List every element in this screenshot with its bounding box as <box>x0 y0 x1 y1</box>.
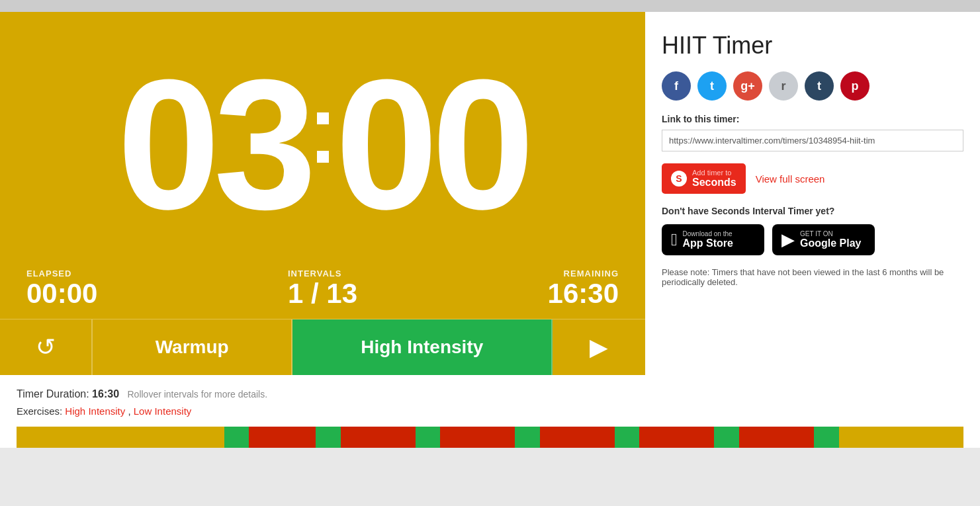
interval-bar <box>17 427 963 448</box>
warmup-button[interactable]: Warmup <box>93 319 292 375</box>
bar-segment <box>615 427 640 448</box>
note-text: Please note: Timers that have not been v… <box>662 267 953 287</box>
duration-label: Timer Duration: <box>17 388 89 400</box>
apple-icon:  <box>671 230 678 250</box>
google-play-text: GET IT ON Google Play <box>800 230 861 249</box>
exercises-row: Exercises: High Intensity , Low Intensit… <box>17 405 963 417</box>
seconds-s-logo: S <box>671 171 687 187</box>
seconds-badge[interactable]: S Add timer to Seconds <box>662 163 746 194</box>
twitter-icon[interactable]: t <box>697 71 727 101</box>
colon-dot-bottom <box>317 151 329 163</box>
bar-segment <box>224 427 249 448</box>
bar-segment <box>714 427 739 448</box>
google-play-big-text: Google Play <box>800 237 861 249</box>
bar-segment <box>515 427 540 448</box>
elapsed-stat: ELAPSED 00:00 <box>26 269 97 309</box>
remaining-value: 16:30 <box>548 278 619 309</box>
intervals-stat: INTERVALS 1 / 13 <box>288 269 357 309</box>
google-play-icon: ▶ <box>781 230 795 250</box>
bar-segment <box>639 427 714 448</box>
timer-digits: 03 00 <box>117 52 528 237</box>
reset-icon: ↺ <box>36 333 56 361</box>
bar-segment <box>814 427 839 448</box>
colon-dot-top <box>317 112 329 124</box>
bar-segment <box>440 427 515 448</box>
right-panel: HIIT Timer f t g+ r t p Link to this tim… <box>645 12 980 375</box>
intervals-value: 1 / 13 <box>288 278 357 309</box>
app-title: HIIT Timer <box>662 32 963 60</box>
app-store-button[interactable]:  Download on the App Store <box>662 224 764 255</box>
main-container: 03 00 ELAPSED 00:00 INTERVALS 1 / 13 REM… <box>0 12 980 375</box>
bar-segment <box>249 427 315 448</box>
timer-controls: ↺ Warmup High Intensity ▶ <box>0 319 645 375</box>
googleplus-icon[interactable]: g+ <box>733 71 762 101</box>
pinterest-icon[interactable]: p <box>840 71 869 101</box>
seconds-brand: Seconds <box>692 177 736 189</box>
tumblr-icon[interactable]: t <box>805 71 834 101</box>
bar-segment <box>540 427 615 448</box>
app-store-text: Download on the App Store <box>683 230 733 249</box>
exercise-low-intensity-link[interactable]: Low Intensity <box>134 405 192 417</box>
facebook-icon[interactable]: f <box>662 71 691 101</box>
link-label: Link to this timer: <box>662 114 963 124</box>
bar-segment <box>739 427 814 448</box>
app-store-small-text: Download on the <box>683 230 733 237</box>
high-intensity-label: High Intensity <box>361 337 483 358</box>
bottom-section: Timer Duration: 16:30 Rollover intervals… <box>0 375 980 448</box>
remaining-stat: REMAINING 16:30 <box>548 269 619 309</box>
bar-segment <box>341 427 416 448</box>
bar-segment <box>17 427 224 448</box>
reddit-icon[interactable]: r <box>769 71 798 101</box>
rollover-hint: Rollover intervals for more details. <box>127 389 267 400</box>
warmup-label: Warmup <box>156 337 229 358</box>
timer-seconds: 00 <box>335 52 528 237</box>
add-timer-to-text: Add timer to <box>692 169 736 177</box>
timer-display: 03 00 <box>0 12 645 263</box>
timer-minutes: 03 <box>117 52 310 237</box>
duration-value: 16:30 <box>92 388 119 400</box>
exercise-high-intensity-link[interactable]: High Intensity <box>65 405 125 417</box>
intervals-label: INTERVALS <box>288 269 357 278</box>
google-play-button[interactable]: ▶ GET IT ON Google Play <box>772 224 875 255</box>
seconds-badge-text: Add timer to Seconds <box>692 169 736 189</box>
elapsed-value: 00:00 <box>26 278 97 309</box>
view-fullscreen-link[interactable]: View full screen <box>756 173 825 185</box>
exercises-label: Exercises: <box>17 405 62 417</box>
dont-have-text: Don't have Seconds Interval Timer yet? <box>662 206 963 216</box>
google-play-small-text: GET IT ON <box>800 230 861 237</box>
timer-stats: ELAPSED 00:00 INTERVALS 1 / 13 REMAINING… <box>0 263 645 319</box>
social-icons: f t g+ r t p <box>662 71 963 101</box>
remaining-label: REMAINING <box>548 269 619 278</box>
bar-segment <box>839 427 963 448</box>
bar-segment <box>316 427 341 448</box>
store-buttons:  Download on the App Store ▶ GET IT ON … <box>662 224 963 255</box>
top-bar <box>0 0 980 12</box>
timer-duration-row: Timer Duration: 16:30 Rollover intervals… <box>17 388 963 400</box>
reset-button[interactable]: ↺ <box>0 319 93 375</box>
bar-segment <box>416 427 441 448</box>
colon-wrapper <box>317 99 329 176</box>
play-button[interactable]: ▶ <box>553 319 645 375</box>
app-store-big-text: App Store <box>683 237 733 249</box>
play-icon: ▶ <box>590 333 608 361</box>
link-input[interactable] <box>662 130 963 151</box>
elapsed-label: ELAPSED <box>26 269 97 278</box>
high-intensity-button[interactable]: High Intensity <box>292 319 553 375</box>
timer-section: 03 00 ELAPSED 00:00 INTERVALS 1 / 13 REM… <box>0 12 645 375</box>
seconds-row: S Add timer to Seconds View full screen <box>662 163 963 194</box>
